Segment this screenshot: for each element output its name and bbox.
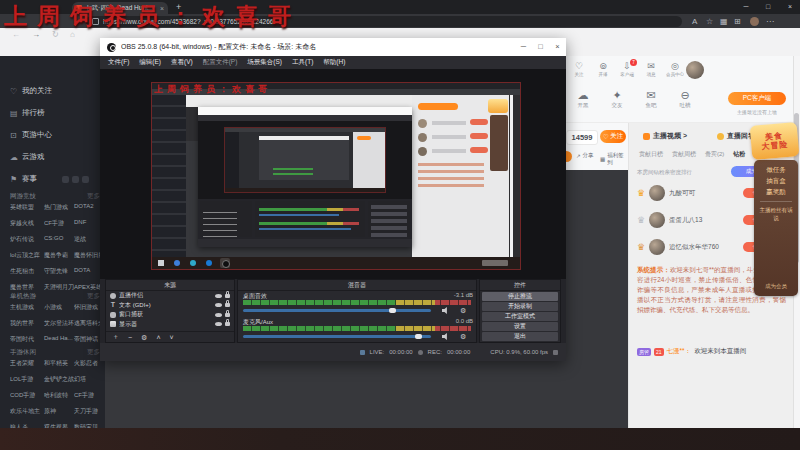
game-link[interactable]: COD手游: [10, 391, 44, 400]
window-maximize-button[interactable]: □: [760, 1, 776, 13]
obs-title-bar[interactable]: OBS 25.0.8 (64-bit, windows) - 配置文件: 未命名…: [100, 38, 566, 56]
checkin-button[interactable]: ▦ 福利签到: [600, 152, 628, 166]
visibility-eye-icon[interactable]: [215, 294, 222, 298]
header-item-member[interactable]: ◎ 会员中心: [664, 61, 686, 77]
move-up-button[interactable]: ˄: [156, 334, 160, 341]
stream-pause-icon[interactable]: [360, 350, 365, 355]
game-link[interactable]: 魔兽争霸: [44, 251, 74, 260]
lock-icon[interactable]: [225, 294, 230, 298]
menu-help[interactable]: 帮助(H): [323, 58, 345, 67]
visibility-eye-icon[interactable]: [215, 303, 222, 307]
window-close-button[interactable]: ×: [782, 1, 798, 13]
game-link[interactable]: CF手游: [44, 219, 74, 228]
source-row[interactable]: T 文本 (GDI+): [106, 301, 234, 311]
game-link[interactable]: 哈利波特: [44, 391, 74, 400]
toolbar-item-friends[interactable]: ✦ 交友: [602, 89, 632, 109]
sidebar-item-webgame[interactable]: ⊡ 页游中心: [10, 128, 102, 142]
mission-panel[interactable]: 做任务 抽盲盒 赢奖励 主播粉丝有话说 成为会员: [754, 160, 798, 296]
menu-tools[interactable]: 工具(T): [292, 58, 313, 67]
source-row[interactable]: 显示器: [106, 320, 234, 330]
game-link[interactable]: 穿越火线: [10, 219, 44, 228]
game-link[interactable]: 生死狙击: [10, 267, 44, 276]
add-source-button[interactable]: ＋: [112, 332, 119, 342]
favorites-icon[interactable]: ☆: [706, 16, 713, 27]
user-avatar[interactable]: [686, 61, 704, 79]
follow-button[interactable]: ♡ 关注: [600, 130, 626, 143]
channel-settings-icon[interactable]: ⚙: [460, 307, 466, 314]
toolbar-item-team[interactable]: ☁ 开黑: [568, 89, 598, 109]
controls-dock-title[interactable]: 控件: [480, 280, 560, 291]
game-link[interactable]: 英雄联盟: [10, 203, 44, 212]
browser-menu-icon[interactable]: ⋯: [766, 16, 774, 27]
subtab-vip[interactable]: 贵宾(2): [705, 150, 724, 159]
remove-source-button[interactable]: −: [128, 334, 132, 341]
start-recording-button[interactable]: 开始录制: [482, 302, 558, 311]
game-link[interactable]: 热门游戏: [44, 203, 74, 212]
tab-streamer-videos[interactable]: 主播视频 >: [643, 131, 687, 141]
lock-icon[interactable]: [225, 313, 230, 317]
section-more-link[interactable]: 更多: [87, 192, 100, 201]
game-link[interactable]: 金铲铲之战: [44, 375, 74, 384]
header-item-broadcast[interactable]: ⊚ 开播: [592, 61, 614, 77]
game-link[interactable]: 艾尔登法环: [44, 319, 74, 328]
obs-maximize-button[interactable]: □: [532, 38, 549, 56]
visibility-eye-icon[interactable]: [215, 322, 222, 326]
source-properties-button[interactable]: ⚙: [141, 334, 147, 341]
source-row[interactable]: 直播伴侣: [106, 291, 234, 301]
game-link[interactable]: 天涯明月刀: [44, 283, 74, 292]
game-link[interactable]: 幻塔: [74, 375, 102, 384]
volume-slider-knob[interactable]: [415, 334, 422, 339]
share-button[interactable]: ↗ 分享: [576, 152, 594, 159]
section-more-link[interactable]: 更多: [87, 292, 100, 301]
subtab-diamond[interactable]: 钻粉: [733, 150, 745, 159]
game-link[interactable]: APEX英雄: [74, 283, 102, 292]
game-link[interactable]: Dead Ha...: [44, 335, 74, 344]
game-link[interactable]: CS:GO: [44, 235, 74, 244]
obs-preview[interactable]: 上周饲养员：欢喜哥: [100, 69, 566, 279]
game-link[interactable]: 帝国神话: [74, 335, 102, 344]
game-link[interactable]: 小游戏: [44, 303, 74, 312]
menu-view[interactable]: 查看(V): [171, 58, 193, 67]
menu-scene-collection[interactable]: 场景集合(S): [247, 58, 282, 67]
game-link[interactable]: 王者荣耀: [10, 359, 44, 368]
game-link[interactable]: DNF: [74, 219, 102, 228]
game-link[interactable]: 魔兽世界: [10, 283, 44, 292]
browser-profile-avatar[interactable]: [750, 17, 759, 26]
game-link[interactable]: 逆战: [74, 235, 102, 244]
collections-icon[interactable]: ⊞: [734, 16, 741, 27]
menu-file[interactable]: 文件(F): [108, 58, 129, 67]
settings-button[interactable]: 设置: [482, 322, 558, 331]
lock-icon[interactable]: [225, 303, 230, 307]
toolbar-item-feedback[interactable]: ⊖ 吐槽: [670, 89, 700, 109]
speaker-icon[interactable]: [442, 307, 449, 314]
exit-button[interactable]: 退出: [482, 332, 558, 341]
sidebar-item-esports[interactable]: ⚑ 赛事: [10, 172, 102, 186]
menu-edit[interactable]: 编辑(E): [139, 58, 161, 67]
game-link[interactable]: 炉石传说: [10, 235, 44, 244]
game-link[interactable]: 原神: [44, 407, 74, 416]
game-link[interactable]: 欢乐斗地主: [10, 407, 44, 416]
extensions-icon[interactable]: ▦: [720, 16, 728, 27]
move-down-button[interactable]: ˅: [169, 334, 173, 341]
game-link[interactable]: lol云顶之弈: [10, 251, 44, 260]
source-row[interactable]: 窗口捕获: [106, 310, 234, 320]
sidebar-item-ranking[interactable]: ▤ 排行榜: [10, 106, 102, 120]
esports-mini-icons[interactable]: [62, 176, 89, 183]
mixer-dock-title[interactable]: 混音器: [238, 280, 476, 291]
game-link[interactable]: CF手游: [74, 391, 102, 400]
volume-slider[interactable]: [243, 335, 431, 338]
lock-icon[interactable]: [225, 322, 230, 326]
obs-minimize-button[interactable]: ─: [515, 38, 532, 56]
channel-settings-icon[interactable]: ⚙: [460, 333, 466, 340]
game-link[interactable]: 和平精英: [44, 359, 74, 368]
speaker-icon[interactable]: [442, 333, 449, 340]
volume-slider[interactable]: [243, 309, 431, 312]
stop-streaming-button[interactable]: 停止推流: [482, 292, 558, 301]
sidebar-item-cloudgame[interactable]: ☁ 云游戏: [10, 150, 102, 164]
studio-mode-button[interactable]: 工作室模式: [482, 312, 558, 321]
window-minimize-button[interactable]: ─: [738, 1, 754, 13]
subtab-daily[interactable]: 贡献日榜: [639, 150, 663, 159]
game-link[interactable]: 逃离塔科夫: [74, 319, 102, 328]
game-link[interactable]: LOL手游: [10, 375, 44, 384]
visibility-eye-icon[interactable]: [215, 313, 222, 317]
